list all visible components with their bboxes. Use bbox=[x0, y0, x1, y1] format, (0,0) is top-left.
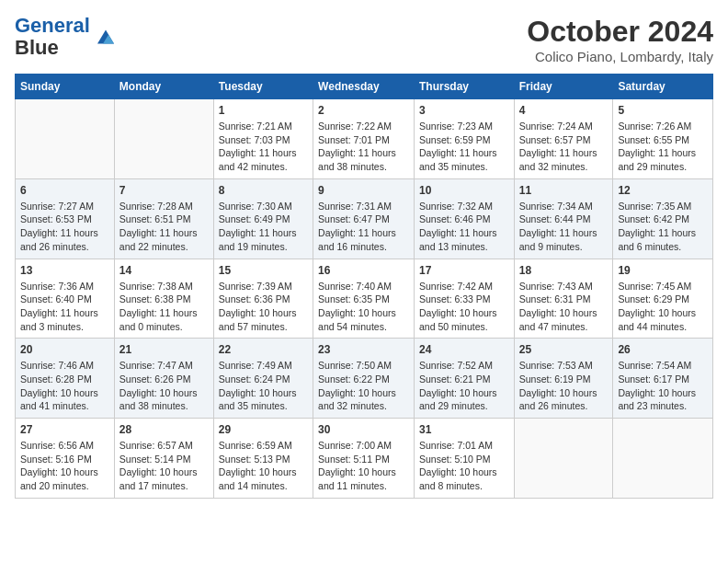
day-number: 5 bbox=[618, 104, 708, 117]
calendar-row: 13Sunrise: 7:36 AMSunset: 6:40 PMDayligh… bbox=[16, 259, 713, 339]
calendar-cell: 23Sunrise: 7:50 AMSunset: 6:22 PMDayligh… bbox=[313, 339, 415, 419]
day-number: 29 bbox=[219, 423, 308, 436]
day-info: Sunrise: 7:49 AMSunset: 6:24 PMDaylight:… bbox=[219, 359, 308, 413]
day-info: Sunrise: 7:45 AMSunset: 6:29 PMDaylight:… bbox=[618, 280, 708, 334]
day-info: Sunrise: 7:00 AMSunset: 5:11 PMDaylight:… bbox=[318, 439, 409, 493]
title-block: October 2024 Colico Piano, Lombardy, Ita… bbox=[527, 15, 713, 64]
calendar-cell: 3Sunrise: 7:23 AMSunset: 6:59 PMDaylight… bbox=[414, 99, 514, 179]
day-number: 21 bbox=[119, 343, 209, 356]
calendar-cell bbox=[114, 99, 213, 179]
day-info: Sunrise: 7:40 AMSunset: 6:35 PMDaylight:… bbox=[318, 280, 409, 334]
day-number: 17 bbox=[419, 264, 509, 277]
calendar-cell: 18Sunrise: 7:43 AMSunset: 6:31 PMDayligh… bbox=[514, 259, 613, 339]
day-number: 26 bbox=[618, 343, 708, 356]
calendar-cell: 10Sunrise: 7:32 AMSunset: 6:46 PMDayligh… bbox=[414, 178, 514, 259]
calendar-cell: 12Sunrise: 7:35 AMSunset: 6:42 PMDayligh… bbox=[613, 178, 713, 259]
day-info: Sunrise: 7:43 AMSunset: 6:31 PMDaylight:… bbox=[519, 280, 609, 334]
day-number: 27 bbox=[20, 423, 109, 436]
weekday-header: Monday bbox=[114, 75, 213, 99]
day-info: Sunrise: 7:36 AMSunset: 6:40 PMDaylight:… bbox=[20, 280, 109, 334]
calendar-cell: 1Sunrise: 7:21 AMSunset: 7:03 PMDaylight… bbox=[213, 99, 313, 179]
day-number: 16 bbox=[318, 264, 409, 277]
day-info: Sunrise: 7:22 AMSunset: 7:01 PMDaylight:… bbox=[318, 120, 409, 174]
calendar-cell: 4Sunrise: 7:24 AMSunset: 6:57 PMDaylight… bbox=[514, 99, 613, 179]
calendar-cell: 26Sunrise: 7:54 AMSunset: 6:17 PMDayligh… bbox=[613, 339, 713, 419]
day-number: 14 bbox=[119, 264, 209, 277]
day-number: 8 bbox=[219, 184, 308, 197]
day-info: Sunrise: 7:34 AMSunset: 6:44 PMDaylight:… bbox=[519, 200, 609, 254]
day-info: Sunrise: 7:35 AMSunset: 6:42 PMDaylight:… bbox=[618, 200, 708, 254]
day-number: 6 bbox=[20, 184, 109, 197]
calendar-row: 6Sunrise: 7:27 AMSunset: 6:53 PMDaylight… bbox=[16, 178, 713, 259]
calendar-cell: 16Sunrise: 7:40 AMSunset: 6:35 PMDayligh… bbox=[313, 259, 415, 339]
day-number: 22 bbox=[219, 343, 308, 356]
calendar-cell: 6Sunrise: 7:27 AMSunset: 6:53 PMDaylight… bbox=[16, 178, 115, 259]
calendar-cell: 25Sunrise: 7:53 AMSunset: 6:19 PMDayligh… bbox=[514, 339, 613, 419]
day-info: Sunrise: 6:56 AMSunset: 5:16 PMDaylight:… bbox=[20, 439, 109, 493]
day-number: 19 bbox=[618, 264, 708, 277]
day-number: 23 bbox=[318, 343, 409, 356]
calendar-cell: 22Sunrise: 7:49 AMSunset: 6:24 PMDayligh… bbox=[213, 339, 313, 419]
day-info: Sunrise: 7:50 AMSunset: 6:22 PMDaylight:… bbox=[318, 359, 409, 413]
day-info: Sunrise: 7:46 AMSunset: 6:28 PMDaylight:… bbox=[20, 359, 109, 413]
calendar-cell bbox=[16, 99, 115, 179]
calendar-row: 27Sunrise: 6:56 AMSunset: 5:16 PMDayligh… bbox=[16, 419, 713, 499]
day-number: 2 bbox=[318, 104, 409, 117]
day-info: Sunrise: 7:21 AMSunset: 7:03 PMDaylight:… bbox=[219, 120, 308, 174]
calendar-cell: 29Sunrise: 6:59 AMSunset: 5:13 PMDayligh… bbox=[213, 419, 313, 499]
day-number: 9 bbox=[318, 184, 409, 197]
calendar-cell: 8Sunrise: 7:30 AMSunset: 6:49 PMDaylight… bbox=[213, 178, 313, 259]
day-info: Sunrise: 7:54 AMSunset: 6:17 PMDaylight:… bbox=[618, 359, 708, 413]
day-number: 30 bbox=[318, 423, 409, 436]
calendar-cell: 11Sunrise: 7:34 AMSunset: 6:44 PMDayligh… bbox=[514, 178, 613, 259]
page-header: General Blue October 2024 Colico Piano, … bbox=[15, 15, 713, 64]
calendar-cell: 24Sunrise: 7:52 AMSunset: 6:21 PMDayligh… bbox=[414, 339, 514, 419]
calendar-cell bbox=[514, 419, 613, 499]
day-number: 10 bbox=[419, 184, 509, 197]
calendar-cell bbox=[613, 419, 713, 499]
logo-icon bbox=[92, 23, 119, 51]
calendar-cell: 9Sunrise: 7:31 AMSunset: 6:47 PMDaylight… bbox=[313, 178, 415, 259]
day-info: Sunrise: 7:32 AMSunset: 6:46 PMDaylight:… bbox=[419, 200, 509, 254]
logo: General Blue bbox=[15, 15, 119, 59]
calendar-cell: 28Sunrise: 6:57 AMSunset: 5:14 PMDayligh… bbox=[114, 419, 213, 499]
calendar-cell: 7Sunrise: 7:28 AMSunset: 6:51 PMDaylight… bbox=[114, 178, 213, 259]
day-info: Sunrise: 7:52 AMSunset: 6:21 PMDaylight:… bbox=[419, 359, 509, 413]
day-number: 31 bbox=[419, 423, 509, 436]
location: Colico Piano, Lombardy, Italy bbox=[527, 49, 713, 64]
day-info: Sunrise: 7:27 AMSunset: 6:53 PMDaylight:… bbox=[20, 200, 109, 254]
day-info: Sunrise: 6:59 AMSunset: 5:13 PMDaylight:… bbox=[219, 439, 308, 493]
day-number: 4 bbox=[519, 104, 609, 117]
calendar-cell: 15Sunrise: 7:39 AMSunset: 6:36 PMDayligh… bbox=[213, 259, 313, 339]
calendar-cell: 27Sunrise: 6:56 AMSunset: 5:16 PMDayligh… bbox=[16, 419, 115, 499]
weekday-header-row: SundayMondayTuesdayWednesdayThursdayFrid… bbox=[16, 75, 713, 99]
calendar-cell: 19Sunrise: 7:45 AMSunset: 6:29 PMDayligh… bbox=[613, 259, 713, 339]
day-info: Sunrise: 7:26 AMSunset: 6:55 PMDaylight:… bbox=[618, 120, 708, 174]
day-info: Sunrise: 7:47 AMSunset: 6:26 PMDaylight:… bbox=[119, 359, 209, 413]
day-info: Sunrise: 7:30 AMSunset: 6:49 PMDaylight:… bbox=[219, 200, 308, 254]
calendar-row: 20Sunrise: 7:46 AMSunset: 6:28 PMDayligh… bbox=[16, 339, 713, 419]
calendar-cell: 21Sunrise: 7:47 AMSunset: 6:26 PMDayligh… bbox=[114, 339, 213, 419]
day-number: 13 bbox=[20, 264, 109, 277]
calendar-cell: 5Sunrise: 7:26 AMSunset: 6:55 PMDaylight… bbox=[613, 99, 713, 179]
calendar-cell: 20Sunrise: 7:46 AMSunset: 6:28 PMDayligh… bbox=[16, 339, 115, 419]
calendar-cell: 14Sunrise: 7:38 AMSunset: 6:38 PMDayligh… bbox=[114, 259, 213, 339]
weekday-header: Sunday bbox=[16, 75, 115, 99]
day-info: Sunrise: 7:53 AMSunset: 6:19 PMDaylight:… bbox=[519, 359, 609, 413]
day-info: Sunrise: 7:28 AMSunset: 6:51 PMDaylight:… bbox=[119, 200, 209, 254]
day-number: 20 bbox=[20, 343, 109, 356]
weekday-header: Tuesday bbox=[213, 75, 313, 99]
calendar-cell: 17Sunrise: 7:42 AMSunset: 6:33 PMDayligh… bbox=[414, 259, 514, 339]
day-number: 18 bbox=[519, 264, 609, 277]
logo-text: General Blue bbox=[15, 15, 90, 59]
day-number: 7 bbox=[119, 184, 209, 197]
calendar-cell: 13Sunrise: 7:36 AMSunset: 6:40 PMDayligh… bbox=[16, 259, 115, 339]
day-number: 1 bbox=[219, 104, 308, 117]
day-info: Sunrise: 7:42 AMSunset: 6:33 PMDaylight:… bbox=[419, 280, 509, 334]
day-info: Sunrise: 7:39 AMSunset: 6:36 PMDaylight:… bbox=[219, 280, 308, 334]
day-info: Sunrise: 7:24 AMSunset: 6:57 PMDaylight:… bbox=[519, 120, 609, 174]
day-number: 28 bbox=[119, 423, 209, 436]
calendar-row: 1Sunrise: 7:21 AMSunset: 7:03 PMDaylight… bbox=[16, 99, 713, 179]
calendar-cell: 2Sunrise: 7:22 AMSunset: 7:01 PMDaylight… bbox=[313, 99, 415, 179]
day-info: Sunrise: 7:01 AMSunset: 5:10 PMDaylight:… bbox=[419, 439, 509, 493]
